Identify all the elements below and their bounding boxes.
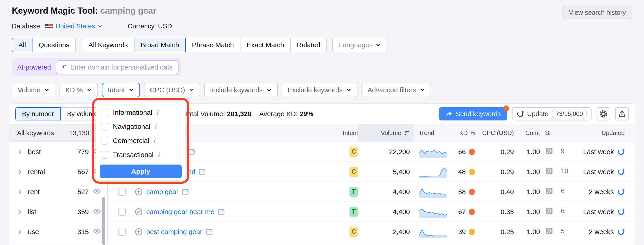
chevron-down-icon — [189, 87, 194, 93]
apply-button[interactable]: Apply — [100, 165, 182, 178]
tab-phrase-match[interactable]: Phrase Match — [185, 38, 240, 52]
refresh-button[interactable] — [618, 148, 625, 155]
column-header-cpc[interactable]: CPC (USD) — [475, 130, 514, 137]
filter-include-keywords[interactable]: Include keywords — [204, 83, 278, 97]
update-label: Update — [527, 110, 548, 118]
domain-input[interactable] — [70, 64, 174, 71]
serp-preview-button[interactable] — [545, 227, 553, 236]
checkbox[interactable] — [100, 123, 108, 130]
intent-filter-popup: InformationaliNavigationaliCommercialiTr… — [96, 102, 186, 180]
intent-badge: C — [350, 167, 358, 177]
checkbox[interactable] — [100, 137, 108, 145]
row-checkbox[interactable] — [118, 208, 126, 216]
page-title-query: camping gear — [100, 6, 156, 16]
kd-value: 48 — [458, 168, 466, 176]
send-keywords-button[interactable]: Send keywords — [439, 107, 507, 120]
serp-preview-button[interactable] — [545, 187, 553, 197]
intent-option-commercial[interactable]: Commerciali — [96, 134, 185, 148]
tab-questions[interactable]: Questions — [32, 38, 76, 52]
sidebar-group-list[interactable]: list359 — [9, 202, 108, 222]
update-button[interactable]: Update 73/15,000 — [512, 107, 592, 120]
serp-preview-button[interactable] — [545, 147, 553, 157]
filter-label: CPC (USD) — [150, 86, 185, 94]
row-checkbox[interactable] — [118, 188, 126, 196]
filter-advanced-filters[interactable]: Advanced filters — [362, 83, 431, 97]
serp-preview-button[interactable] — [545, 167, 553, 177]
settings-button[interactable] — [596, 107, 610, 120]
keyword-link[interactable]: best camping gear — [146, 228, 202, 236]
serp-preview-button[interactable] — [545, 207, 553, 216]
by-number-button[interactable]: By number — [15, 107, 61, 120]
total-volume-label: Total Volume: — [184, 110, 225, 118]
group-label: best — [28, 148, 41, 156]
volume-value: 5,400 — [393, 168, 410, 176]
refresh-button[interactable] — [618, 168, 625, 175]
sf-count[interactable]: 10 — [561, 167, 568, 176]
kd-difficulty-dot — [469, 169, 475, 175]
filter-volume[interactable]: Volume — [12, 83, 56, 97]
column-header-updated[interactable]: Updated — [570, 130, 635, 137]
currency-value: USD — [158, 23, 172, 30]
sidebar-group-rent[interactable]: rent527 — [9, 182, 108, 202]
gear-icon — [599, 110, 608, 118]
intent-option-informational[interactable]: Informationali — [96, 105, 185, 120]
sf-count[interactable]: 6 — [561, 207, 564, 216]
refresh-button[interactable] — [618, 228, 625, 235]
column-header-volume[interactable]: Volume — [358, 124, 414, 142]
sidebar-group-rental[interactable]: rental567 — [9, 162, 108, 182]
filter-kd-[interactable]: KD % — [60, 83, 98, 97]
chevron-right-icon — [16, 229, 23, 235]
ai-powered-badge: AI-powered — [17, 64, 51, 71]
keyword-link[interactable]: nd — [188, 168, 195, 176]
filter-intent[interactable]: Intent — [102, 83, 140, 97]
tab-all[interactable]: All — [12, 38, 32, 52]
intent-option-transactional[interactable]: Transactionali — [96, 148, 185, 162]
filter-exclude-keywords[interactable]: Exclude keywords — [282, 83, 358, 97]
sf-count[interactable]: 6 — [561, 187, 564, 196]
sidebar-scrollbar[interactable] — [102, 197, 105, 245]
keyword-link[interactable]: camping gear near me — [146, 208, 214, 216]
sf-count[interactable]: 5 — [561, 227, 564, 236]
trend-sparkline — [418, 145, 448, 158]
checkbox[interactable] — [100, 109, 108, 116]
eye-icon — [93, 207, 101, 215]
tab-exact-match[interactable]: Exact Match — [240, 38, 291, 52]
add-keyword-icon — [135, 228, 142, 236]
all-keywords-header[interactable]: All keywords 13,130 — [9, 124, 108, 142]
average-kd-value: 29% — [300, 110, 313, 118]
column-header-com[interactable]: Com. — [514, 130, 540, 137]
all-keywords-count: 13,130 — [69, 129, 89, 137]
page-title-prefix: Keyword Magic Tool: — [12, 6, 98, 16]
eye-toggle[interactable] — [93, 187, 101, 197]
intent-option-navigational[interactable]: Navigationali — [96, 120, 185, 134]
sidebar-group-use[interactable]: use315 — [9, 222, 108, 242]
row-checkbox[interactable] — [118, 228, 126, 236]
column-header-sf[interactable]: SF — [540, 130, 570, 137]
filter-label: Exclude keywords — [288, 86, 343, 94]
filter-cpc-usd-[interactable]: CPC (USD) — [144, 83, 200, 97]
tab-related[interactable]: Related — [290, 38, 327, 52]
eye-toggle[interactable] — [93, 227, 101, 237]
column-header-trend[interactable]: Trend — [414, 130, 450, 137]
column-header-intent[interactable]: Intent — [326, 130, 358, 137]
sidebar-group-best[interactable]: best779 — [9, 142, 108, 162]
export-button[interactable] — [615, 107, 629, 120]
languages-dropdown[interactable]: Languages — [332, 38, 387, 52]
cpc-value: 0.35 — [501, 208, 514, 216]
eye-toggle[interactable] — [93, 207, 101, 217]
checkbox[interactable] — [100, 151, 108, 159]
refresh-button[interactable] — [618, 188, 625, 195]
filter-label: Include keywords — [210, 86, 263, 94]
question-tabs-group: AllQuestions — [12, 38, 76, 52]
chevron-down-icon — [346, 87, 352, 93]
keyword-link[interactable]: camp gear — [146, 188, 178, 196]
column-header-kd[interactable]: KD % — [450, 130, 475, 137]
sf-count[interactable]: 9 — [561, 147, 564, 156]
view-search-history-button[interactable]: View search history — [562, 6, 632, 19]
refresh-button[interactable] — [618, 208, 625, 215]
cpc-value: 0.29 — [501, 148, 514, 156]
tab-broad-match[interactable]: Broad Match — [134, 38, 186, 52]
cpc-value: 0.25 — [501, 228, 514, 236]
tab-all-keywords[interactable]: All Keywords — [82, 38, 134, 52]
database-select[interactable]: United States — [56, 23, 103, 30]
